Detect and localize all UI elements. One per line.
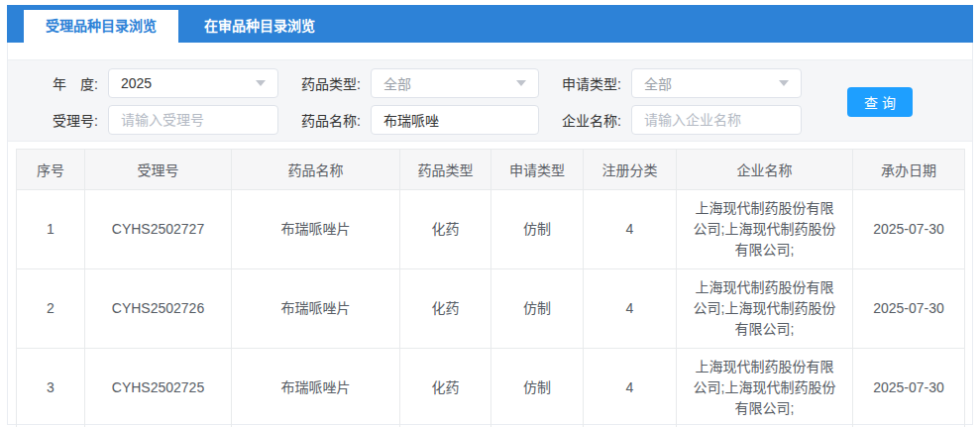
header-drug-name: 药品名称: [232, 150, 400, 190]
table-cell: 仿制: [491, 190, 584, 269]
table-cell: 上海现代制药股份有限公司;上海现代制药股份有限公司;: [677, 349, 853, 427]
apply-type-label: 申请类型:: [539, 73, 631, 93]
table-cell: 1: [17, 190, 85, 269]
table-cell: 仿制: [491, 349, 584, 427]
filter-panel: 年 度: 2025 药品类型: 全部 申请类型: 全部 受理号: 药品名称: 企…: [8, 59, 972, 142]
apply-type-select-value: 全部: [644, 73, 672, 93]
header-handle-date: 承办日期: [853, 150, 965, 190]
header-seq-no: 序号: [17, 150, 85, 190]
table-cell: 仿制: [491, 269, 584, 349]
table-cell: 2025-07-30: [853, 349, 965, 427]
results-table-wrapper: 序号 受理号 药品名称 药品类型 申请类型 注册分类 企业名称 承办日期 1CY…: [16, 149, 964, 427]
filter-row-2: 受理号: 药品名称: 企业名称:: [8, 105, 972, 135]
company-name-label: 企业名称:: [539, 110, 631, 130]
table-cell: CYHS2502726: [85, 269, 232, 349]
table-header-row: 序号 受理号 药品名称 药品类型 申请类型 注册分类 企业名称 承办日期: [17, 150, 965, 190]
table-row: 3CYHS2502725布瑞哌唑片化药仿制4上海现代制药股份有限公司;上海现代制…: [17, 349, 965, 427]
results-table: 序号 受理号 药品名称 药品类型 申请类型 注册分类 企业名称 承办日期 1CY…: [16, 149, 965, 427]
table-cell: 4: [584, 349, 677, 427]
content-card: 年 度: 2025 药品类型: 全部 申请类型: 全部 受理号: 药品名称: 企…: [7, 43, 973, 425]
company-name-input[interactable]: [631, 105, 802, 135]
table-cell: 上海现代制药股份有限公司;上海现代制药股份有限公司;: [677, 190, 853, 269]
header-acceptance-no: 受理号: [85, 150, 232, 190]
tab-under-review-catalog[interactable]: 在审品种目录浏览: [182, 10, 337, 43]
table-cell: 4: [584, 190, 677, 269]
table-cell: 2: [17, 269, 85, 349]
year-select-value: 2025: [121, 75, 152, 91]
table-cell: 布瑞哌唑片: [232, 269, 400, 349]
chevron-down-icon: [256, 80, 266, 86]
chevron-down-icon: [779, 80, 789, 86]
search-button[interactable]: 查 询: [847, 87, 913, 117]
acceptance-no-label: 受理号:: [8, 110, 108, 130]
filter-row-1: 年 度: 2025 药品类型: 全部 申请类型: 全部: [8, 68, 972, 98]
apply-type-select[interactable]: 全部: [631, 68, 802, 98]
table-cell: 化药: [400, 349, 491, 427]
table-row: 1CYHS2502727布瑞哌唑片化药仿制4上海现代制药股份有限公司;上海现代制…: [17, 190, 965, 269]
header-drug-type: 药品类型: [400, 150, 491, 190]
table-cell: 布瑞哌唑片: [232, 190, 400, 269]
year-select[interactable]: 2025: [108, 68, 278, 98]
header-company-name: 企业名称: [677, 150, 853, 190]
table-cell: 化药: [400, 190, 491, 269]
drug-type-label: 药品类型:: [278, 73, 371, 93]
table-cell: 4: [584, 269, 677, 349]
drug-type-select[interactable]: 全部: [371, 68, 539, 98]
year-label: 年 度:: [8, 73, 108, 93]
table-cell: CYHS2502725: [85, 349, 232, 427]
table-cell: CYHS2502727: [85, 190, 232, 269]
table-cell: 上海现代制药股份有限公司;上海现代制药股份有限公司;: [677, 269, 853, 349]
tab-accepted-catalog[interactable]: 受理品种目录浏览: [24, 10, 178, 43]
drug-type-select-value: 全部: [383, 73, 411, 93]
drug-name-label: 药品名称:: [278, 110, 371, 130]
header-apply-type: 申请类型: [491, 150, 584, 190]
table-cell: 化药: [400, 269, 491, 349]
header-registration-class: 注册分类: [584, 150, 677, 190]
chevron-down-icon: [516, 80, 526, 86]
table-cell: 布瑞哌唑片: [232, 349, 400, 427]
acceptance-no-input[interactable]: [108, 105, 278, 135]
table-row: 2CYHS2502726布瑞哌唑片化药仿制4上海现代制药股份有限公司;上海现代制…: [17, 269, 965, 349]
table-cell: 3: [17, 349, 85, 427]
tab-bar: 受理品种目录浏览 在审品种目录浏览: [7, 5, 973, 43]
table-cell: 2025-07-30: [853, 190, 965, 269]
drug-name-input[interactable]: [371, 105, 539, 135]
table-body: 1CYHS2502727布瑞哌唑片化药仿制4上海现代制药股份有限公司;上海现代制…: [17, 190, 965, 427]
table-cell: 2025-07-30: [853, 269, 965, 349]
